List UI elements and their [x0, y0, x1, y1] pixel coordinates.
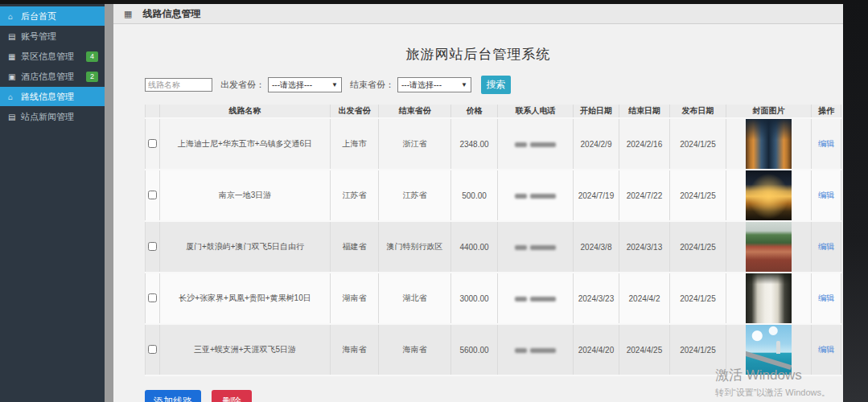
table-actions: 添加线路 删除 — [145, 390, 843, 402]
edit-link[interactable]: 编辑 — [818, 345, 834, 354]
hotel-icon: ▣ — [8, 72, 21, 81]
delete-button[interactable]: 删除 — [212, 390, 252, 402]
sidebar-item-news[interactable]: ▤ 站点新闻管理 — [0, 107, 105, 126]
home-icon: ⌂ — [8, 12, 21, 21]
depart-province: 海南省 — [331, 324, 379, 375]
end-province: 澳门特别行政区 — [379, 221, 451, 273]
table-row: 上海迪士尼+华东五市+乌镇多交通6日 上海市 浙江省 2348.00 2024/… — [146, 118, 841, 170]
phone-redacted — [498, 170, 574, 221]
end-date: 2024/4/2 — [619, 273, 670, 324]
price: 2348.00 — [451, 118, 498, 170]
routes-table: 线路名称 出发省份 结束省份 价格 联系人电话 开始日期 结束日期 发布日期 封… — [145, 105, 841, 376]
screen: ⌂ 后台首页 ▤ 账号管理 ▦ 景区信息管理 4 ▣ 酒店信息管理 2 ⌂ 路线… — [0, 0, 868, 402]
col-publish-date: 发布日期 — [670, 105, 726, 118]
route-name-input[interactable] — [145, 78, 212, 92]
desktop-right-edge — [843, 0, 868, 402]
sidebar-item-label: 后台首页 — [21, 10, 56, 23]
publish-date: 2024/1/25 — [670, 170, 726, 221]
main-content: ▦ 线路信息管理 旅游网站后台管理系统 出发省份： ---请选择--- ▼ 结束… — [113, 4, 843, 402]
price: 500.00 — [451, 170, 498, 221]
phone-redacted — [498, 324, 574, 375]
col-start-date: 开始日期 — [574, 105, 619, 118]
sidebar-item-scenic[interactable]: ▦ 景区信息管理 4 — [0, 47, 105, 66]
sidebar-item-label: 站点新闻管理 — [21, 111, 74, 123]
window-top-edge — [0, 0, 868, 4]
depart-province-select[interactable]: ---请选择--- ▼ — [268, 77, 342, 92]
end-province-select[interactable]: ---请选择--- ▼ — [397, 77, 471, 92]
sidebar-item-label: 景区信息管理 — [21, 51, 74, 63]
sidebar-item-label: 路线信息管理 — [21, 91, 74, 103]
row-checkbox[interactable] — [148, 242, 157, 251]
publish-date: 2024/1/25 — [670, 273, 726, 324]
route-icon: ⌂ — [8, 92, 21, 101]
end-province-label: 结束省份： — [350, 79, 394, 91]
col-actions: 操作 — [812, 105, 841, 118]
cover-image — [746, 273, 792, 323]
sidebar-item-label: 酒店信息管理 — [21, 71, 74, 83]
end-date: 2024/2/16 — [619, 118, 670, 170]
scenic-count-badge: 4 — [86, 51, 98, 62]
end-province: 海南省 — [379, 324, 451, 375]
phone-redacted — [498, 221, 574, 273]
grid-icon: ▦ — [124, 9, 132, 19]
sidebar-item-route[interactable]: ⌂ 路线信息管理 — [0, 87, 105, 106]
depart-province: 福建省 — [331, 221, 379, 273]
price: 5600.00 — [451, 324, 498, 375]
search-form: 出发省份： ---请选择--- ▼ 结束省份： ---请选择--- ▼ 搜索 — [145, 76, 843, 94]
depart-province: 湖南省 — [331, 273, 379, 324]
table-row: 长沙+张家界+凤凰+贵阳+黄果树10日 湖南省 湖北省 3000.00 2024… — [146, 273, 841, 324]
table-row: 南京一地3日游 江苏省 江苏省 500.00 2024/7/19 2024/7/… — [146, 170, 841, 221]
sidebar: ⌂ 后台首页 ▤ 账号管理 ▦ 景区信息管理 4 ▣ 酒店信息管理 2 ⌂ 路线… — [0, 4, 105, 402]
cover-image — [746, 170, 792, 220]
search-button[interactable]: 搜索 — [481, 76, 511, 94]
chevron-down-icon: ▼ — [331, 81, 338, 88]
phone-redacted — [498, 118, 574, 170]
phone-redacted — [498, 273, 574, 324]
row-checkbox[interactable] — [148, 293, 157, 302]
publish-date: 2024/1/25 — [670, 324, 726, 375]
row-checkbox[interactable] — [148, 345, 157, 354]
edit-link[interactable]: 编辑 — [818, 242, 834, 251]
hotel-count-badge: 2 — [86, 72, 98, 82]
chevron-down-icon: ▼ — [461, 81, 467, 88]
col-depart: 出发省份 — [331, 105, 379, 118]
edit-link[interactable]: 编辑 — [818, 293, 834, 302]
tab-route-info[interactable]: 线路信息管理 — [142, 7, 200, 21]
edit-link[interactable]: 编辑 — [818, 191, 834, 199]
route-name: 厦门+鼓浪屿+澳门双飞5日自由行 — [160, 221, 331, 273]
edit-link[interactable]: 编辑 — [818, 139, 834, 148]
add-route-button[interactable]: 添加线路 — [145, 390, 201, 402]
tab-bar: ▦ 线路信息管理 — [113, 4, 843, 24]
route-name: 三亚+蜈支洲+天涯双飞5日游 — [160, 324, 331, 375]
start-date: 2024/4/20 — [574, 324, 619, 375]
depart-province: 江苏省 — [331, 170, 379, 221]
col-price: 价格 — [451, 105, 498, 118]
row-checkbox[interactable] — [148, 191, 157, 199]
route-name: 上海迪士尼+华东五市+乌镇多交通6日 — [160, 118, 331, 170]
user-icon: ▤ — [8, 32, 21, 41]
row-checkbox[interactable] — [148, 139, 157, 148]
price: 3000.00 — [451, 273, 498, 324]
select-all-header — [146, 105, 160, 118]
sidebar-scrollbar[interactable] — [105, 4, 113, 402]
start-date: 2024/3/23 — [574, 273, 619, 324]
end-date: 2024/7/22 — [619, 170, 670, 221]
scenic-grid-icon: ▦ — [8, 52, 21, 61]
start-date: 2024/3/8 — [574, 221, 619, 273]
sidebar-item-hotel[interactable]: ▣ 酒店信息管理 2 — [0, 67, 105, 86]
sidebar-item-account[interactable]: ▤ 账号管理 — [0, 27, 105, 46]
end-province: 湖北省 — [379, 273, 451, 324]
publish-date: 2024/1/25 — [670, 118, 726, 170]
depart-province: 上海市 — [331, 118, 379, 170]
route-name: 南京一地3日游 — [160, 170, 331, 221]
table-row: 厦门+鼓浪屿+澳门双飞5日自由行 福建省 澳门特别行政区 4400.00 202… — [146, 221, 841, 273]
col-phone: 联系人电话 — [498, 105, 574, 118]
col-end: 结束省份 — [379, 105, 451, 118]
page-title: 旅游网站后台管理系统 — [113, 45, 843, 64]
end-province: 江苏省 — [379, 170, 451, 221]
sidebar-item-home[interactable]: ⌂ 后台首页 — [0, 6, 105, 26]
news-icon: ▤ — [8, 113, 21, 121]
col-name: 线路名称 — [160, 105, 331, 118]
cover-image — [746, 325, 792, 375]
end-date: 2024/3/13 — [619, 221, 670, 273]
